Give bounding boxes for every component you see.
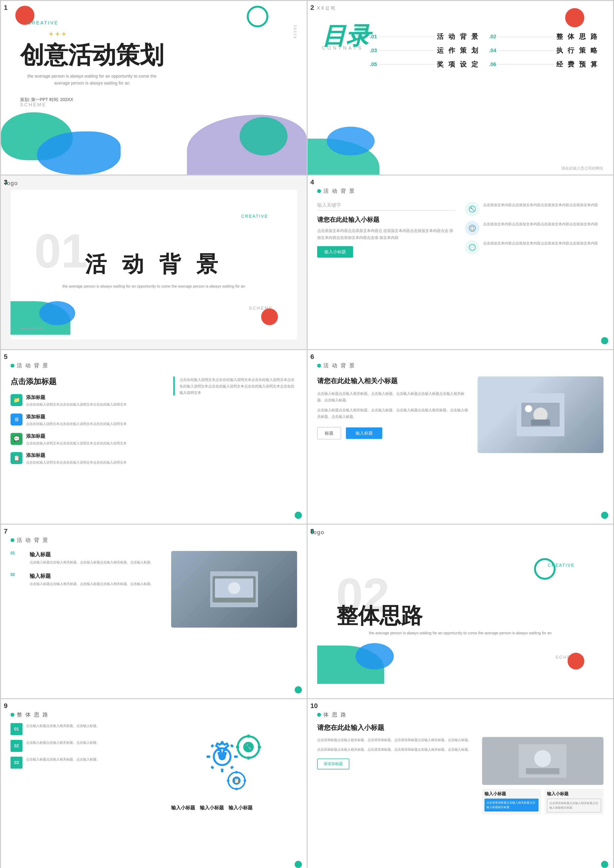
num-item-9-1: 02 点击输入标题点击输入相关标题。点击输入标题。 [11,740,161,752]
photo-sim-6 [478,376,603,453]
mini-icon-5-1: 🖥 [11,413,23,425]
slide-6: 6 活 动 背 景 请您在此处输入相关小标题 点击输入标题点击输入相关标题。点击… [308,350,613,524]
circle-green-dot-4 [601,337,608,344]
svg-rect-23 [230,766,234,769]
svg-rect-37 [227,779,229,781]
section-title-9: 整 体 思 路 [17,711,49,718]
svg-rect-41 [526,768,560,774]
section-title-7: 活 动 背 景 [17,537,49,544]
num-item-9-2: 03 点击输入标题点击输入相关标题。点击输入标题。 [11,757,161,769]
sub-label-9-2: 输入小标题 [229,804,253,811]
icon-row-text-5-1: 添加标题 点击在此输入说明文本点击在此输入说明文本点击在此输入说明文本 [26,413,127,427]
main-title-1: 创意活动策划 [20,39,164,71]
dot-teal-6 [317,364,321,368]
slide-number-2: 2 [310,4,314,11]
num-box-9-0: 01 [11,723,23,735]
section-title-4: 活 动 背 景 [323,188,355,195]
tl-num-7-1: 02 [11,573,25,577]
menu-item-03: .03 运 作 策 划 [370,46,479,55]
sub-labels-9: 输入小标题 输入小标题 输入小标题 [171,804,297,811]
menu-item-02: .02 整 体 思 路 [489,32,598,41]
body1-10: 点击添加标题点击输入相关标题。点击请添加标题。点击请添加标题点击输入相关标题。点… [317,737,475,743]
svg-rect-28 [247,756,250,759]
blob-blue-8 [355,643,394,669]
circle-green-dot-10 [601,861,608,868]
icon-row-text-5-0: 添加标题 点击在此输入说明文本点击在此输入说明文本点击在此输入说明文本 [26,394,127,408]
svg-rect-30 [236,746,239,748]
section-header-5: 活 动 背 景 [11,362,297,369]
left-7: 01 输入标题 点击输入标题点击输入相关标题。点击输入标题点击输入相关标题。点击… [11,551,161,627]
svg-rect-36 [244,779,246,781]
slide-number-10: 10 [310,702,318,710]
blob-blue-3 [39,301,75,325]
img-placeholder-6 [478,376,603,453]
mini-icon-5-3: 📋 [11,452,23,464]
svg-text:📄: 📄 [470,245,475,250]
main-title-8: 整体思路 [336,601,422,630]
svg-text:📋: 📋 [470,226,475,230]
sub-text-3: the average person is always waiting for… [30,283,278,289]
slide-2: 2 X X 公 司 目录 CONTNATS .01 活 动 背 景 .02 整 … [308,1,613,175]
left-10: 点击添加标题点击输入相关标题。点击请添加标题。点击请添加标题点击输入相关标题。点… [317,737,475,815]
svg-rect-10 [531,419,550,425]
content-9: 01 点击输入标题点击输入相关标题。点击输入标题。 02 点击输入标题点击输入相… [11,723,297,811]
icon-row-text-5-2: 添加标题 点击在此输入说明文本点击在此输入说明文本点击在此输入说明文本 [26,433,127,446]
svg-rect-17 [221,741,223,745]
creative-label-3: CREATIVE [241,214,268,219]
main-heading-10: 请您在此处输入小标题 [317,723,604,732]
section-header-6: 活 动 背 景 [317,362,604,369]
website-2: 请在此输入贵公司的网址 [561,166,603,171]
num-box-9-2: 03 [11,757,23,769]
num-item-9-0: 01 点击输入标题点击输入相关标题。点击输入标题。 [11,723,161,735]
deco-circle-red-2 [565,8,584,27]
keyword-input-4: 输入关键字 [317,202,456,211]
content-6: 请您在此处输入相关小标题 点击输入标题点击输入相关标题。点击输入标题。点击输入标… [317,376,604,453]
icon-rows-5: 📁 添加标题 点击在此输入说明文本点击在此输入说明文本点击在此输入说明文本 🖥 … [11,394,159,466]
menu-item-06: .06 经 费 预 算 [489,60,598,69]
section-header-10: 体 思 路 [317,711,604,718]
slide-number-9: 9 [4,702,8,710]
right-side-5: 点击在此输入说明文本点击在此输入说明文本点击在此输入说明文本点击在此输入说明文本… [173,376,297,466]
outline-btn-6[interactable]: 标题 [317,427,341,439]
tl-text-7-0: 输入标题 点击输入标题点击输入相关标题。点击输入标题点击输入相关标题。点击输入标… [30,551,154,565]
tl-item-7-1: 02 输入标题 点击输入标题点击输入相关标题。点击输入标题点击输入相关标题。点击… [11,573,161,587]
sub-card-10-1: 输入小标题 点击请添加标题点击输入相关标题点击输入标题相关标题 [544,789,603,815]
dot-teal-7 [11,538,14,542]
svg-point-8 [525,405,532,412]
icon-circle-4-1: 📋 [465,221,479,235]
teal-btn-4[interactable]: 输入小标题 [317,246,353,258]
fill-btn-6[interactable]: 输入标题 [346,427,382,439]
right-col-4: 🔧 点击添加文本内容点击添加文本内容点击添加文本内容点击添加文本内容 📋 点击添… [465,202,603,258]
svg-rect-18 [221,769,223,772]
deco-circle-teal-1 [247,6,268,27]
heading-6: 请您在此处输入相关小标题 [317,376,468,385]
num-text-9-2: 点击输入标题点击输入相关标题。点击输入标题。 [26,757,100,762]
small-subtitle-4: 请您在此处输入小标题 [317,216,456,224]
slide-7: 7 活 动 背 景 01 输入标题 点击输入标题点击输入相关标题。点击输入标题点… [1,525,307,698]
circle-green-dot-7 [295,686,302,693]
circle-red-8 [567,653,584,669]
svg-rect-29 [258,746,261,748]
img-placeholder-7 [171,551,297,627]
icon-row-5-3: 📋 添加标题 点击在此输入说明文本点击在此输入说明文本点击在此输入说明文本 [11,452,159,466]
teal-btn2-10[interactable]: 请添加标题 [317,759,349,769]
svg-rect-21 [230,744,234,748]
icon-row-5-0: 📁 添加标题 点击在此输入说明文本点击在此输入说明文本点击在此输入说明文本 [11,394,159,408]
svg-point-16 [219,753,226,760]
icon-text-4-2: 点击添加文本内容点击添加文本内容点击添加文本内容点击添加文本内容 [483,240,598,246]
slide-number-7: 7 [4,528,8,535]
right-body-text-5: 点击在此输入说明文本点击在此输入说明文本点击在此输入说明文本点击在此输入说明文本… [180,376,297,396]
plus-signs-1: +++ [49,30,68,39]
section-title-10: 体 思 路 [323,711,347,718]
circle-green-dot-9 [295,861,302,868]
svg-rect-20 [206,755,210,758]
company-name-2: X X 公 司 [317,5,335,11]
tl-text-7-1: 输入标题 点击输入标题点击输入相关标题。点击输入标题点击输入相关标题。点击输入标… [30,573,154,587]
icon-list-item-4-0: 🔧 点击添加文本内容点击添加文本内容点击添加文本内容点击添加文本内容 [465,202,603,216]
accent-bar-5 [173,376,175,396]
creative-label-1: CREATIVE [27,20,59,26]
circle-green-dot-6 [601,512,608,519]
right-7 [171,551,297,627]
sub-label-9-0: 输入小标题 [171,804,195,811]
icon-list-item-4-1: 📋 点击添加文本内容点击添加文本内容点击添加文本内容点击添加文本内容 [465,221,603,235]
